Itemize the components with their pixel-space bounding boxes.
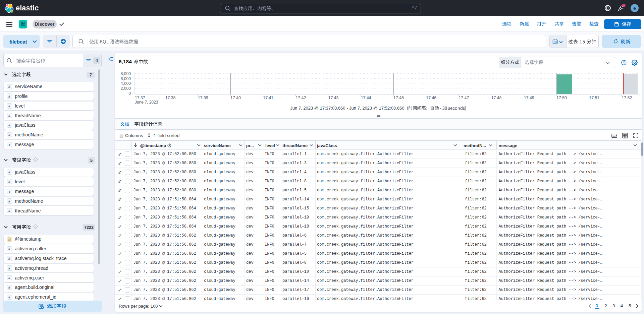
svg-text:?: ? xyxy=(35,158,36,161)
svg-text:?: ? xyxy=(35,225,36,228)
